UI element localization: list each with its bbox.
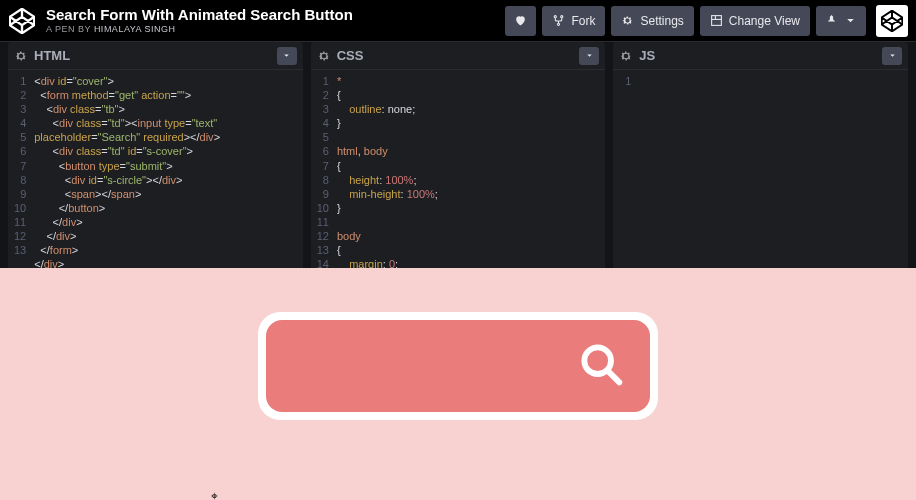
layout-icon xyxy=(710,14,723,27)
gear-icon[interactable] xyxy=(14,49,28,63)
html-pane-header: HTML xyxy=(8,42,303,70)
header: Search Form With Animated Search Button … xyxy=(0,0,916,42)
pen-title: Search Form With Animated Search Button xyxy=(46,7,505,24)
css-pane: CSS 1234567891011121314 * { outline: non… xyxy=(311,42,606,268)
svg-rect-0 xyxy=(711,16,721,26)
search-box[interactable] xyxy=(266,320,650,412)
heart-button[interactable] xyxy=(505,6,536,36)
js-code[interactable]: 1 xyxy=(613,70,908,268)
js-pane: JS 1 xyxy=(613,42,908,268)
css-pane-header: CSS xyxy=(311,42,606,70)
search-wrap xyxy=(258,312,658,420)
css-codearea[interactable]: * { outline: none; } html, body { height… xyxy=(337,70,444,268)
svg-line-4 xyxy=(608,371,620,383)
html-codearea[interactable]: <div id="cover"> <form method="get" acti… xyxy=(34,70,226,268)
fork-button[interactable]: Fork xyxy=(542,6,605,36)
editor-panes: HTML 12345678910111213 <div id="cover"> … xyxy=(0,42,916,268)
gear-icon xyxy=(621,14,634,27)
preview-area xyxy=(0,268,916,500)
css-collapse-button[interactable] xyxy=(579,47,599,65)
header-buttons: Fork Settings Change View xyxy=(505,5,908,37)
cursor-icon: ⌖ xyxy=(211,489,218,500)
chevron-down-icon xyxy=(282,51,291,60)
html-pane: HTML 12345678910111213 <div id="cover"> … xyxy=(8,42,303,268)
js-collapse-button[interactable] xyxy=(882,47,902,65)
css-gutter: 1234567891011121314 xyxy=(311,70,337,268)
chevron-down-icon xyxy=(585,51,594,60)
avatar[interactable] xyxy=(876,5,908,37)
pin-icon xyxy=(825,14,838,27)
fork-icon xyxy=(552,14,565,27)
chevron-down-icon xyxy=(844,14,857,27)
html-code[interactable]: 12345678910111213 <div id="cover"> <form… xyxy=(8,70,303,268)
title-area: Search Form With Animated Search Button … xyxy=(46,7,505,34)
js-pane-title: JS xyxy=(639,48,876,63)
change-view-button[interactable]: Change View xyxy=(700,6,810,36)
gear-icon[interactable] xyxy=(317,49,331,63)
css-code[interactable]: 1234567891011121314 * { outline: none; }… xyxy=(311,70,606,268)
html-collapse-button[interactable] xyxy=(277,47,297,65)
js-gutter: 1 xyxy=(613,70,639,268)
author-link[interactable]: Himalaya Singh xyxy=(94,24,176,34)
gear-icon[interactable] xyxy=(619,49,633,63)
css-pane-title: CSS xyxy=(337,48,574,63)
chevron-down-icon xyxy=(888,51,897,60)
js-codearea[interactable] xyxy=(639,70,645,268)
search-icon[interactable] xyxy=(576,339,626,393)
pin-button[interactable] xyxy=(816,6,866,36)
html-pane-title: HTML xyxy=(34,48,271,63)
html-gutter: 12345678910111213 xyxy=(8,70,34,268)
settings-button[interactable]: Settings xyxy=(611,6,693,36)
js-pane-header: JS xyxy=(613,42,908,70)
heart-icon xyxy=(514,14,527,27)
pen-byline: A PEN BY Himalaya Singh xyxy=(46,24,505,34)
codepen-logo[interactable] xyxy=(8,7,36,35)
